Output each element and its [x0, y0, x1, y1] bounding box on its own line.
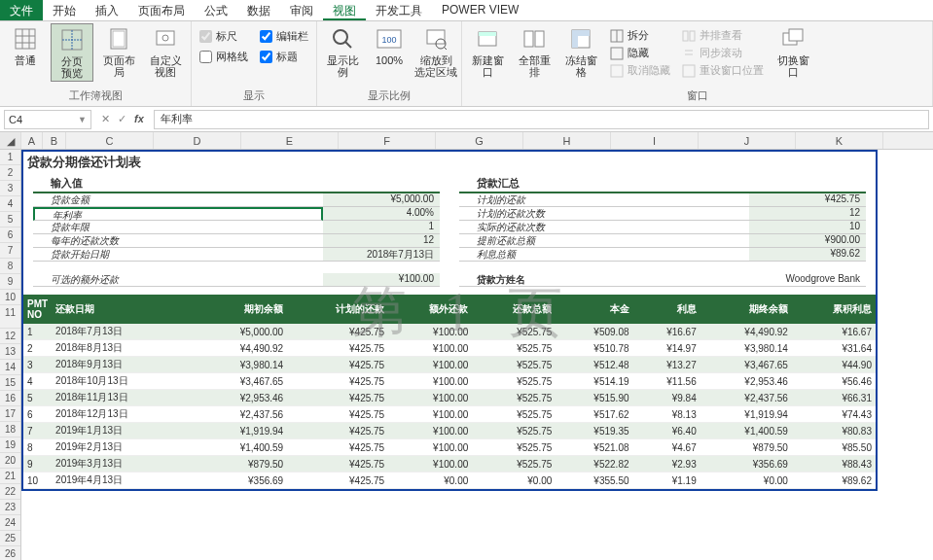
zoom-100-button[interactable]: 100 100% — [368, 23, 411, 68]
tab-home[interactable]: 开始 — [43, 0, 86, 20]
gridlines-checkbox[interactable]: 网格线 — [199, 50, 248, 64]
switch-icon — [779, 25, 807, 52]
enter-icon[interactable]: ✓ — [118, 113, 126, 125]
row-header[interactable]: 17 — [0, 406, 20, 422]
pagebreak-preview-button[interactable]: 分页 预览 — [51, 23, 93, 82]
tab-power[interactable]: POWER VIEW — [432, 0, 528, 20]
new-window-button[interactable]: 新建窗口 — [466, 23, 509, 80]
tab-dev[interactable]: 开发工具 — [366, 0, 432, 20]
col-header[interactable]: G — [436, 132, 523, 149]
inputs-right: 贷款汇总 计划的还款¥425.75计划的还款次数12实际的还款次数10提前还款总… — [459, 175, 866, 287]
sync-icon — [682, 47, 696, 60]
reset-window-button[interactable]: 重设窗口位置 — [680, 62, 766, 79]
formula-input[interactable]: 年利率 — [154, 110, 929, 129]
row-header[interactable]: 10 — [0, 290, 20, 305]
table-row[interactable]: 82019年2月13日¥1,400.59¥425.75¥100.00¥525.7… — [23, 439, 876, 456]
col-header[interactable]: B — [43, 132, 66, 149]
row-header[interactable]: 5 — [0, 212, 20, 228]
svg-point-12 — [334, 30, 347, 44]
col-header[interactable]: A — [21, 132, 43, 149]
hide-icon — [610, 47, 624, 60]
table-row[interactable]: 102019年4月13日¥356.69¥425.75¥0.00¥0.00¥355… — [23, 472, 876, 489]
zoom-selection-button[interactable]: 缩放到 选定区域 — [414, 23, 457, 80]
freeze-panes-button[interactable]: 冻结窗格 — [559, 23, 602, 80]
table-row[interactable]: 32018年9月13日¥3,980.14¥425.75¥100.00¥525.7… — [23, 357, 876, 373]
unhide-button[interactable]: 取消隐藏 — [608, 62, 672, 79]
formulabar-checkbox[interactable]: 编辑栏 — [260, 29, 308, 44]
hide-button[interactable]: 隐藏 — [608, 45, 672, 61]
name-box[interactable]: C4 ▼ — [4, 110, 91, 129]
tab-review[interactable]: 审阅 — [280, 0, 323, 20]
row-header[interactable]: 23 — [0, 500, 20, 515]
col-header[interactable]: C — [66, 132, 154, 149]
table-row[interactable]: 22018年8月13日¥4,490.92¥425.75¥100.00¥525.7… — [23, 340, 876, 357]
tab-formula[interactable]: 公式 — [195, 0, 237, 20]
row-header[interactable]: 22 — [0, 484, 20, 500]
ruler-checkbox[interactable]: 标尺 — [199, 29, 248, 44]
zoom-button[interactable]: 显示比例 — [321, 23, 364, 80]
row-header[interactable]: 11 — [0, 305, 20, 329]
arrange-all-button[interactable]: 全部重排 — [513, 23, 556, 80]
sheet-area: ◢ A B C D E F G H I J K 1234567891011121… — [0, 132, 933, 560]
row-header[interactable]: 16 — [0, 391, 20, 406]
cells[interactable]: 贷款分期偿还计划表 输入值 贷款金额¥5,000.00年利率4.00%贷款年限1… — [21, 150, 933, 560]
row-header[interactable]: 12 — [0, 329, 20, 344]
row-header[interactable]: 1 — [0, 150, 20, 165]
col-header[interactable]: I — [611, 132, 699, 149]
row-header[interactable]: 9 — [0, 274, 20, 290]
tab-insert[interactable]: 插入 — [86, 0, 128, 20]
row-header[interactable]: 2 — [0, 165, 20, 181]
table-row[interactable]: 62018年12月13日¥2,437.56¥425.75¥100.00¥525.… — [23, 406, 876, 423]
svg-rect-0 — [16, 29, 35, 49]
col-header[interactable]: H — [523, 132, 611, 149]
row-header[interactable]: 21 — [0, 469, 20, 484]
switch-window-button[interactable]: 切换窗口 — [772, 23, 814, 80]
col-header[interactable]: D — [154, 132, 241, 149]
cancel-icon[interactable]: ✕ — [101, 113, 110, 125]
table-row[interactable]: 52018年11月13日¥2,953.46¥425.75¥100.00¥525.… — [23, 390, 876, 406]
pagelayout-button[interactable]: 页面布局 — [97, 23, 140, 80]
select-all-corner[interactable]: ◢ — [0, 132, 21, 149]
table-row[interactable]: 42018年10月13日¥3,467.65¥425.75¥100.00¥525.… — [23, 373, 876, 390]
chevron-down-icon: ▼ — [78, 115, 87, 124]
row-header[interactable]: 8 — [0, 259, 20, 274]
row-header[interactable]: 7 — [0, 243, 20, 259]
row-header[interactable]: 20 — [0, 453, 20, 469]
formula-bar: C4 ▼ ✕ ✓ fx 年利率 — [0, 107, 933, 132]
headings-checkbox[interactable]: 标题 — [260, 50, 308, 64]
row-header[interactable]: 14 — [0, 360, 20, 375]
row-header[interactable]: 4 — [0, 196, 20, 212]
tab-layout[interactable]: 页面布局 — [128, 0, 195, 20]
row-header[interactable]: 15 — [0, 375, 20, 391]
custom-view-button[interactable]: 自定义视图 — [144, 23, 187, 80]
sheet-title: 贷款分期偿还计划表 — [23, 152, 876, 173]
svg-text:100: 100 — [381, 35, 396, 45]
column-headers: ◢ A B C D E F G H I J K — [0, 132, 933, 150]
normal-view-button[interactable]: 普通 — [4, 23, 47, 68]
tab-data[interactable]: 数据 — [237, 0, 280, 20]
row-header[interactable]: 19 — [0, 438, 20, 453]
row-header[interactable]: 18 — [0, 422, 20, 438]
row-header[interactable]: 24 — [0, 515, 20, 531]
row-header[interactable]: 6 — [0, 228, 20, 243]
svg-rect-10 — [157, 31, 174, 45]
fx-icon[interactable]: fx — [134, 113, 144, 125]
row-header[interactable]: 13 — [0, 344, 20, 360]
table-row[interactable]: 12018年7月13日¥5,000.00¥425.75¥100.00¥525.7… — [23, 324, 876, 340]
side-by-side-button[interactable]: 并排查看 — [680, 27, 766, 44]
row-header[interactable]: 25 — [0, 531, 20, 546]
row-header[interactable]: 3 — [0, 181, 20, 196]
table-row[interactable]: 72019年1月13日¥1,919.94¥425.75¥100.00¥525.7… — [23, 423, 876, 439]
window-icon — [474, 25, 501, 52]
tab-view[interactable]: 视图 — [323, 0, 366, 20]
col-header[interactable]: F — [339, 132, 436, 149]
table-row[interactable]: 92019年3月13日¥879.50¥425.75¥100.00¥525.75¥… — [23, 456, 876, 472]
col-header[interactable]: J — [699, 132, 796, 149]
tab-file[interactable]: 文件 — [0, 0, 43, 20]
col-header[interactable]: E — [241, 132, 339, 149]
group-label-window: 窗口 — [466, 88, 928, 104]
row-header[interactable]: 26 — [0, 546, 20, 560]
col-header[interactable]: K — [796, 132, 883, 149]
split-button[interactable]: 拆分 — [608, 27, 672, 44]
sync-scroll-button[interactable]: 同步滚动 — [680, 45, 766, 61]
